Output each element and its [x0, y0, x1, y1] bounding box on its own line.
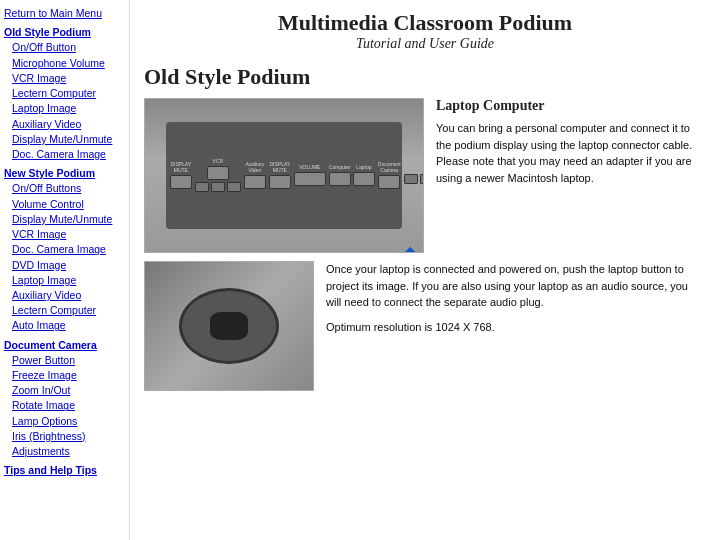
- sidebar-item-vcr-old[interactable]: VCR Image: [4, 71, 125, 86]
- podium-image: DISPLAYMUTE VCR: [144, 98, 424, 253]
- p-display-mute: DISPLAYMUTE: [170, 162, 192, 189]
- podium-simulation: DISPLAYMUTE VCR: [145, 99, 423, 252]
- sidebar-item-doc-cam-new[interactable]: Doc. Camera Image: [4, 242, 125, 257]
- doc-camera-header[interactable]: Document Camera: [4, 338, 125, 353]
- sidebar-item-lamp-dc[interactable]: Lamp Options: [4, 414, 125, 429]
- main-content: Multimedia Classroom Podium Tutorial and…: [130, 0, 720, 540]
- sidebar-item-dvd-new[interactable]: DVD Image: [4, 258, 125, 273]
- return-to-main-link[interactable]: Return to Main Menu: [4, 6, 125, 21]
- laptop-section: Laptop Computer You can bring a personal…: [436, 98, 706, 253]
- sidebar-item-freeze-dc[interactable]: Freeze Image: [4, 368, 125, 383]
- section-title: Old Style Podium: [144, 64, 706, 90]
- sidebar: Return to Main Menu Old Style Podium On/…: [0, 0, 130, 540]
- sidebar-item-display-mute-new[interactable]: Display Mute/Unmute: [4, 212, 125, 227]
- sidebar-item-laptop-old[interactable]: Laptop Image: [4, 101, 125, 116]
- sidebar-item-lectern-new[interactable]: Lectern Computer: [4, 303, 125, 318]
- paragraph-2: Once your laptop is connected and powere…: [326, 261, 706, 311]
- new-style-header[interactable]: New Style Podium: [4, 166, 125, 181]
- page-subtitle: Tutorial and User Guide: [130, 36, 720, 52]
- podium-panel: DISPLAYMUTE VCR: [166, 122, 402, 229]
- content-area: Old Style Podium DISPLAYMUTE VCR: [130, 56, 720, 540]
- p-aux: AuxiliaryVideo: [244, 162, 266, 189]
- bottom-row: Once your laptop is connected and powere…: [144, 261, 706, 391]
- sidebar-item-doc-cam-old[interactable]: Doc. Camera Image: [4, 147, 125, 162]
- sidebar-item-adj-dc[interactable]: Adjustments: [4, 444, 125, 459]
- right-text-area: Once your laptop is connected and powere…: [326, 261, 706, 391]
- p-vcr-ctrl: VCR CONTROL: [404, 167, 424, 185]
- p-display2: DISPLAYMUTE: [269, 162, 291, 189]
- old-style-header[interactable]: Old Style Podium: [4, 25, 125, 40]
- cable-connector: [179, 288, 280, 365]
- page-title: Multimedia Classroom Podium: [130, 10, 720, 36]
- sidebar-item-zoom-dc[interactable]: Zoom In/Out: [4, 383, 125, 398]
- sidebar-item-mic[interactable]: Microphone Volume: [4, 56, 125, 71]
- sidebar-item-laptop-new[interactable]: Laptop Image: [4, 273, 125, 288]
- sidebar-item-onoff-old[interactable]: On/Off Button: [4, 40, 125, 55]
- sidebar-item-display-mute-old[interactable]: Display Mute/Unmute: [4, 132, 125, 147]
- sidebar-item-lectern-old[interactable]: Lectern Computer: [4, 86, 125, 101]
- p-vcr: VCR: [195, 159, 241, 193]
- p-comp-lap: Computer Laptop: [329, 165, 375, 187]
- top-row: DISPLAYMUTE VCR: [144, 98, 706, 253]
- sidebar-item-volume-new[interactable]: Volume Control: [4, 197, 125, 212]
- sidebar-item-aux-new[interactable]: Auxiliary Video: [4, 288, 125, 303]
- sidebar-item-aux-old[interactable]: Auxiliary Video: [4, 117, 125, 132]
- sidebar-item-iris-dc[interactable]: Iris (Brightness): [4, 429, 125, 444]
- tips-link[interactable]: Tips and Help Tips: [4, 463, 125, 478]
- laptop-subtitle: Laptop Computer: [436, 98, 706, 114]
- sidebar-item-power-dc[interactable]: Power Button: [4, 353, 125, 368]
- sidebar-item-vcr-new[interactable]: VCR Image: [4, 227, 125, 242]
- cable-image: [144, 261, 314, 391]
- cable-simulation: [145, 262, 313, 390]
- paragraph-3: Optimum resolution is 1024 X 768.: [326, 319, 706, 336]
- sidebar-item-onoff-new[interactable]: On/Off Buttons: [4, 181, 125, 196]
- sidebar-item-auto-new[interactable]: Auto Image: [4, 318, 125, 333]
- paragraph-1: You can bring a personal computer and co…: [436, 120, 706, 186]
- sidebar-item-rotate-dc[interactable]: Rotate Image: [4, 398, 125, 413]
- p-volume: VOLUME: [294, 165, 326, 187]
- p-doc-cam: DocumentCamera: [378, 162, 401, 189]
- page-header: Multimedia Classroom Podium Tutorial and…: [130, 0, 720, 56]
